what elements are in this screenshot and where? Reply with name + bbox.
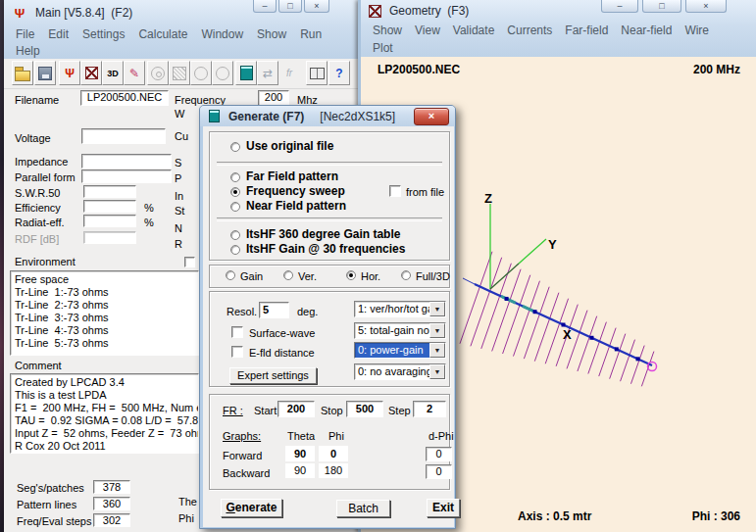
environment-item[interactable]: Tr-Line 4:-73 ohms (15, 324, 198, 337)
geometry-minimize-button[interactable]: – (601, 0, 638, 13)
gain-label[interactable]: Gain (240, 270, 263, 282)
use-original-label[interactable]: Use original file (246, 139, 333, 153)
output-select-1[interactable]: 1: ver/hor/tot ga▼ (354, 301, 446, 317)
far-field-radio[interactable] (230, 172, 240, 182)
fr-stop-input[interactable]: 500 (346, 401, 383, 417)
menu-run[interactable]: Run (300, 27, 322, 41)
near-field-radio[interactable] (230, 202, 240, 212)
forward-theta-input[interactable]: 90 (285, 446, 315, 461)
efld-distance-label[interactable]: E-fld distance (249, 347, 315, 359)
menu-geo-show[interactable]: Show (373, 24, 402, 37)
main-close-button[interactable]: × (304, 0, 329, 13)
save-button[interactable] (34, 61, 56, 85)
swap-button[interactable]: ⇄ (257, 61, 278, 85)
menu-geo-currents[interactable]: Currents (507, 24, 552, 37)
menu-geo-plot[interactable]: Plot (373, 41, 393, 55)
radiat-eff-input[interactable] (83, 215, 136, 227)
chevron-down-icon[interactable]: ▼ (429, 343, 445, 358)
calculator-button[interactable] (235, 61, 257, 85)
main-minimize-button[interactable]: – (253, 0, 277, 13)
environment-checkbox[interactable] (184, 257, 195, 267)
output-select-2[interactable]: 5: total-gain norm▼ (354, 322, 446, 339)
exit-button[interactable]: Exit (427, 499, 460, 517)
backward-dphi-input[interactable]: 0 (426, 464, 452, 479)
chevron-down-icon[interactable]: ▼ (429, 364, 445, 379)
parallel-form-input[interactable] (81, 169, 172, 183)
menu-file[interactable]: File (16, 27, 34, 41)
near-field-label[interactable]: Near Field pattern (246, 199, 346, 213)
environment-listbox[interactable]: Free space Tr-Line 1:-73 ohms Tr-Line 2:… (10, 270, 199, 356)
forward-dphi-input[interactable]: 0 (426, 447, 452, 461)
from-file-checkbox[interactable] (389, 185, 401, 197)
generate-button[interactable]: Generate (221, 499, 282, 517)
help-button[interactable]: ? (328, 61, 350, 85)
gain-radio[interactable] (226, 270, 235, 280)
rdf-input[interactable] (83, 231, 136, 244)
impedance-input[interactable] (81, 154, 172, 169)
menu-edit[interactable]: Edit (48, 27, 69, 41)
resol-input[interactable]: 5 (259, 302, 289, 318)
chevron-down-icon[interactable]: ▼ (429, 323, 445, 338)
geometry-maximize-button[interactable]: □ (642, 0, 681, 13)
far-field-label[interactable]: Far Field pattern (246, 169, 338, 183)
view-3d-button[interactable]: 3D (102, 61, 124, 85)
fr-step-input[interactable]: 2 (413, 401, 446, 417)
menu-show[interactable]: Show (257, 27, 286, 41)
menu-geo-nearfield[interactable]: Near-field (621, 24, 672, 37)
ver-radio[interactable] (283, 270, 293, 280)
environment-item[interactable]: Free space (15, 273, 198, 286)
frequency-sweep-label[interactable]: Frequency sweep (246, 184, 345, 198)
open-file-button[interactable] (12, 61, 33, 85)
environment-item[interactable]: Tr-Line 5:-73 ohms (15, 337, 198, 350)
forward-phi-input[interactable]: 0 (319, 446, 348, 461)
environment-item[interactable]: Tr-Line 2:-73 ohms (15, 299, 198, 312)
voltage-input[interactable] (81, 128, 166, 144)
full3d-label[interactable]: Full/3D (416, 270, 450, 282)
menu-calculate[interactable]: Calculate (138, 27, 187, 41)
geometry-close-button[interactable]: × (685, 0, 727, 13)
menu-geo-validate[interactable]: Validate (453, 24, 494, 37)
linechart-button[interactable] (169, 61, 190, 85)
full3d-radio[interactable] (401, 270, 411, 280)
environment-item[interactable]: Tr-Line 1:-73 ohms (15, 286, 198, 299)
manual-button[interactable] (306, 61, 328, 85)
chevron-down-icon[interactable]: ▼ (429, 302, 445, 316)
menu-geo-wire[interactable]: Wire (684, 24, 709, 37)
backward-theta-input[interactable]: 90 (285, 463, 315, 478)
surface-wave-label[interactable]: Surface-wave (249, 327, 315, 339)
menu-geo-farfield[interactable]: Far-field (565, 24, 608, 37)
comment-box[interactable]: Created by LPCAD 3.4 This is a test LPDA… (10, 373, 199, 454)
filename-input[interactable]: LP200500.NEC (80, 90, 169, 106)
generate-close-button[interactable]: × (414, 108, 449, 125)
hor-label[interactable]: Hor. (361, 270, 380, 282)
batch-button[interactable]: Batch (336, 500, 390, 517)
main-maximize-button[interactable]: □ (278, 0, 302, 13)
antenna-view-button[interactable]: Ψ (59, 61, 80, 85)
backward-phi-input[interactable]: 180 (319, 463, 348, 478)
environment-item[interactable]: Tr-Line 3:-73 ohms (15, 312, 198, 324)
use-original-radio[interactable] (230, 142, 240, 152)
menu-geo-view[interactable]: View (415, 24, 440, 37)
from-file-label[interactable]: from file (406, 186, 444, 198)
output-select-3[interactable]: 0: power-gain▼ (354, 342, 446, 359)
expert-settings-button[interactable]: Expert settings (229, 367, 317, 384)
swr-input[interactable] (83, 185, 136, 198)
edit-nec-button[interactable]: ✎ (124, 61, 145, 85)
frequency-sweep-radio[interactable] (230, 187, 240, 197)
fr-button[interactable]: fr (278, 61, 300, 85)
itshf-30-label[interactable]: ItsHF Gain @ 30 frequencies (246, 242, 405, 256)
surface-wave-checkbox[interactable] (231, 326, 243, 338)
output-select-4[interactable]: 0: no avaraging▼ (354, 363, 446, 380)
frequency-input[interactable]: 200 (258, 90, 289, 106)
itshf-table-radio[interactable] (230, 230, 240, 240)
itshf-30-radio[interactable] (230, 245, 240, 255)
fr-start-input[interactable]: 200 (277, 401, 315, 417)
itshf-table-label[interactable]: ItsHF 360 degree Gain table (246, 227, 400, 241)
menu-help[interactable]: Help (16, 44, 40, 58)
menu-settings[interactable]: Settings (82, 27, 125, 41)
efld-distance-checkbox[interactable] (231, 346, 243, 358)
geometry-view-button[interactable] (80, 61, 102, 85)
smith-chart-button[interactable] (212, 61, 233, 85)
menu-window[interactable]: Window (201, 27, 243, 41)
efficiency-input[interactable] (83, 200, 136, 213)
